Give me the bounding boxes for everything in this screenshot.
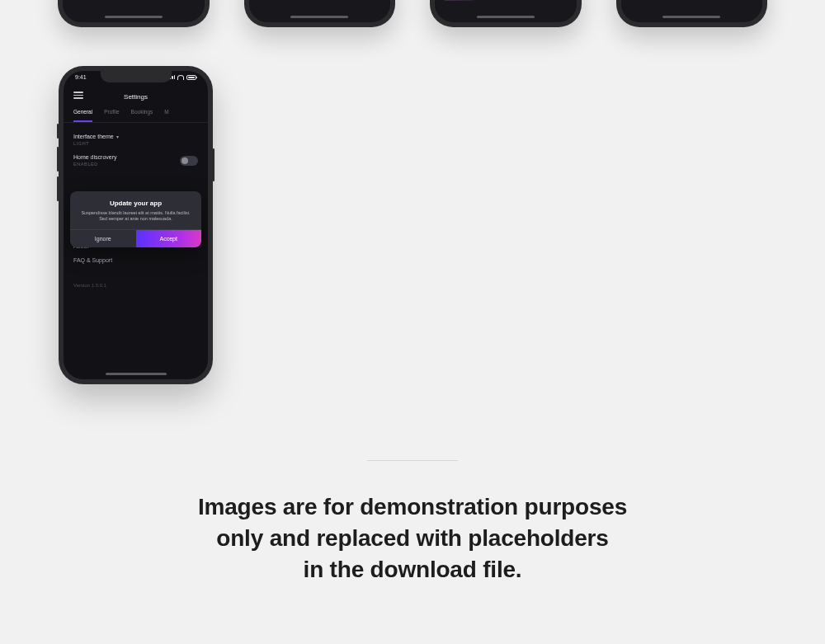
peek3-thumbnail bbox=[443, 0, 474, 1]
home-indicator bbox=[105, 16, 163, 18]
phone-peek-3: winner who don't like to bbox=[430, 0, 582, 27]
dialog-title: Update your app bbox=[78, 200, 193, 207]
status-time: 9:41 bbox=[75, 74, 87, 80]
accept-button[interactable]: Accept bbox=[136, 230, 202, 247]
phone-peek-1: Phebe Adams Writer/Journalist bbox=[58, 0, 210, 27]
screen-header: Settings bbox=[64, 89, 208, 104]
settings-content: Interface theme ▾ LIGHT Home discrovery … bbox=[73, 125, 198, 371]
settings-tabs: General Profile Bookings M bbox=[64, 109, 208, 123]
caption-line-3: in the download file. bbox=[304, 557, 522, 582]
interface-theme-value: LIGHT bbox=[73, 141, 198, 146]
chevron-down-icon: ▾ bbox=[116, 134, 119, 139]
device-notch bbox=[101, 71, 172, 82]
home-discovery-value: ENABLED bbox=[73, 162, 117, 167]
home-discovery-label: Home discrovery bbox=[73, 154, 117, 160]
home-indicator bbox=[106, 373, 167, 375]
page-title: Settings bbox=[124, 93, 148, 101]
menu-icon[interactable] bbox=[73, 92, 83, 99]
wifi-icon bbox=[177, 75, 184, 80]
demo-caption: Images are for demonstration purposes on… bbox=[0, 491, 825, 585]
settings-screen: 9:41 Settings General Profile Bookings M… bbox=[64, 71, 208, 379]
peek3-snippet: winner who don't like to bbox=[443, 0, 568, 1]
home-indicator bbox=[662, 16, 720, 18]
top-phone-peek-row: Phebe Adams Writer/Journalist Adam West bbox=[58, 0, 767, 27]
home-indicator bbox=[477, 16, 535, 18]
caption-line-1: Images are for demonstration purposes bbox=[198, 494, 627, 519]
tab-profile[interactable]: Profile bbox=[104, 109, 119, 122]
home-discovery-toggle[interactable] bbox=[180, 156, 198, 166]
faq-support-link[interactable]: FAQ & Support bbox=[73, 257, 198, 263]
phone-side-button bbox=[57, 147, 59, 172]
caption-line-2: only and replaced with placeholders bbox=[216, 525, 608, 551]
tab-general[interactable]: General bbox=[73, 109, 92, 122]
home-indicator bbox=[290, 16, 348, 18]
phone-peek-4 bbox=[616, 0, 768, 27]
section-divider bbox=[367, 460, 458, 461]
settings-phone-frame: 9:41 Settings General Profile Bookings M… bbox=[59, 66, 213, 384]
interface-theme-label: Interface theme bbox=[73, 134, 114, 139]
phone-side-button bbox=[213, 148, 214, 181]
home-discovery-row: Home discrovery ENABLED bbox=[73, 154, 198, 167]
battery-icon bbox=[186, 75, 196, 80]
update-app-dialog: Update your app Suspendisse blandit laor… bbox=[70, 191, 201, 247]
ignore-button[interactable]: Ignore bbox=[70, 230, 136, 247]
app-version-text: Version 1.0.0.1 bbox=[73, 283, 198, 288]
phone-peek-2: Adam West bbox=[244, 0, 396, 27]
dialog-description: Suspendisse blandit laoreet elit at matt… bbox=[78, 210, 193, 223]
phone-side-button bbox=[57, 176, 59, 201]
phone-side-button bbox=[57, 124, 59, 139]
interface-theme-row[interactable]: Interface theme ▾ bbox=[73, 134, 198, 139]
dialog-actions: Ignore Accept bbox=[70, 229, 201, 247]
tab-bookings[interactable]: Bookings bbox=[131, 109, 153, 122]
tab-more[interactable]: M bbox=[164, 109, 168, 122]
